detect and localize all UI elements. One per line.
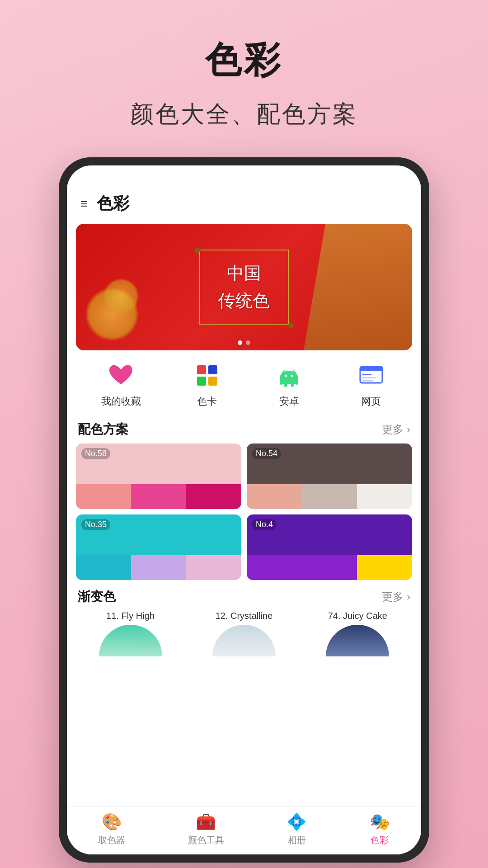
svg-rect-15 [360,367,382,371]
bottom-nav: 🎨 取色器 🧰 颜色工具 💠 相册 🎭 色彩 [67,807,421,854]
palette-no-58: No.58 [81,448,110,459]
nav-album-label: 相册 [288,834,306,846]
svg-rect-17 [362,377,376,378]
palette-card-54[interactable]: No.54 [247,443,412,509]
page-title: 色彩 [205,36,283,85]
gradient-title: 渐变色 [78,588,116,605]
svg-rect-8 [284,382,287,387]
category-row: 我的收藏 色卡 [67,350,421,413]
palette-no-35: No.35 [81,519,110,530]
svg-rect-3 [208,377,217,386]
svg-rect-7 [296,377,298,385]
gradient-title-juicy-cake: 74. Juicy Cake [328,611,387,621]
palette-grid: No.58 No.54 [67,443,421,580]
gradient-card-juicy-cake[interactable]: 74. Juicy Cake [303,611,412,656]
nav-color-picker-label: 取色器 [98,834,125,846]
banner-text-box: 中国 传统色 [199,250,289,325]
svg-rect-2 [197,377,206,386]
nav-color-tools[interactable]: 🧰 颜色工具 [188,812,224,846]
phone-inner: ≡ 色彩 中国 传统色 [67,165,421,854]
svg-rect-18 [362,380,373,382]
phone-wrapper: ≡ 色彩 中国 传统色 [59,157,429,863]
nav-album[interactable]: 💠 相册 [286,812,307,846]
category-android-label: 安卓 [279,395,299,408]
nav-color-picker[interactable]: 🎨 取色器 [98,812,125,846]
banner-dot-1[interactable] [238,340,242,345]
palette-card-4[interactable]: No.4 [247,514,412,580]
gradient-section: 渐变色 更多 › 11. Fly High 12. Crystalline 74… [67,580,421,665]
svg-rect-0 [197,365,206,374]
color-scheme-title: 配色方案 [78,421,128,438]
gradient-card-crystalline[interactable]: 12. Crystalline [189,611,298,656]
hamburger-icon[interactable]: ≡ [80,197,88,211]
gradient-title-crystalline: 12. Crystalline [216,611,273,621]
gradient-header: 渐变色 更多 › [67,580,421,611]
color-scheme-more[interactable]: 更多 › [382,422,410,437]
nav-color-label: 色彩 [371,834,389,846]
palette-no-54: No.54 [252,448,281,459]
category-web[interactable]: 网页 [355,359,387,408]
banner-dot-2[interactable] [246,340,250,345]
nav-color[interactable]: 🎭 色彩 [370,812,390,846]
app-header: ≡ 色彩 [67,185,421,224]
page-subtitle: 颜色大全、配色方案 [130,99,358,130]
banner-title-line1: 中国 [218,259,270,287]
banner[interactable]: 中国 传统色 [76,224,412,350]
category-favorites-label: 我的收藏 [101,395,141,408]
category-web-label: 网页 [361,395,381,408]
category-palette-label: 色卡 [197,395,217,408]
color-scheme-header: 配色方案 更多 › [67,413,421,443]
palette-card-58[interactable]: No.58 [76,443,241,509]
status-bar [67,165,421,185]
category-android[interactable]: 安卓 [273,359,305,408]
category-palette[interactable]: 色卡 [191,359,223,408]
svg-rect-16 [362,374,371,375]
svg-rect-9 [291,382,294,387]
svg-point-11 [291,374,293,377]
gradient-title-fly-high: 11. Fly High [106,611,155,621]
svg-point-10 [285,374,287,377]
nav-color-tools-label: 颜色工具 [188,834,224,846]
app-header-title: 色彩 [97,193,129,215]
svg-rect-6 [280,377,283,385]
palette-no-4: No.4 [252,519,277,530]
gradient-row: 11. Fly High 12. Crystalline 74. Juicy C… [67,611,421,665]
gradient-card-fly-high[interactable]: 11. Fly High [76,611,185,656]
content-scroll: 中国 传统色 我的收藏 [67,224,421,807]
palette-card-35[interactable]: No.35 [76,514,241,580]
banner-title-line2: 传统色 [218,287,270,315]
gradient-more[interactable]: 更多 › [382,590,410,604]
svg-rect-1 [208,365,217,374]
category-favorites[interactable]: 我的收藏 [101,359,141,408]
